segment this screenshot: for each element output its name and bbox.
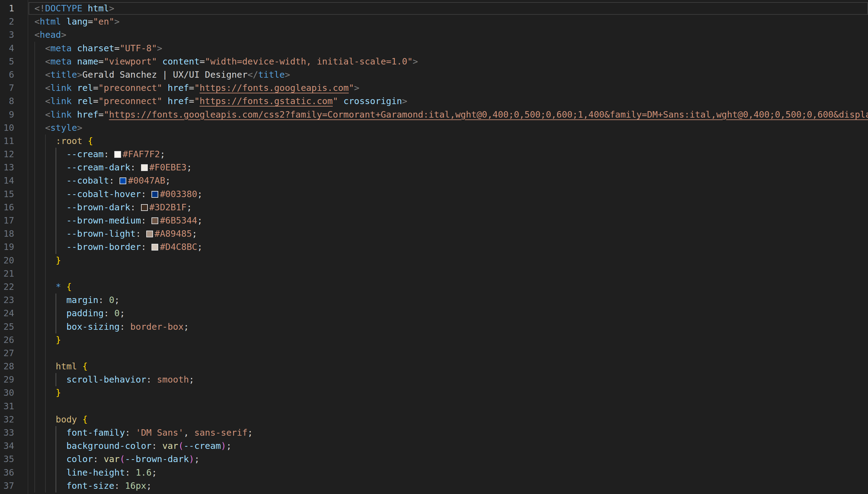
token-attr: --cream <box>67 149 104 159</box>
code-line[interactable]: 2<html lang="en"> <box>0 15 868 28</box>
code-line[interactable]: 15 --cobalt-hover: #003380; <box>0 188 868 201</box>
token-op <box>34 175 67 186</box>
line-number[interactable]: 19 <box>0 241 14 253</box>
code-line[interactable]: 16 --brown-dark: #3D2B1F; <box>0 201 868 214</box>
line-number[interactable]: 20 <box>0 254 14 267</box>
line-number[interactable]: 16 <box>0 201 14 214</box>
code-line[interactable]: 30 } <box>0 386 868 399</box>
line-number[interactable]: 3 <box>0 28 14 41</box>
code-text: line-height: 1.6; <box>29 466 868 479</box>
code-line[interactable]: 33 font-family: 'DM Sans', sans-serif; <box>0 426 868 439</box>
line-number[interactable]: 34 <box>0 439 14 453</box>
line-number[interactable]: 30 <box>0 386 14 399</box>
code-line[interactable]: 8 <link rel="preconnect" href="https://f… <box>0 95 868 108</box>
code-line[interactable]: 37 font-size: 16px; <box>0 479 868 492</box>
code-line[interactable]: 24 padding: 0; <box>0 307 868 320</box>
line-number[interactable]: 11 <box>0 134 14 148</box>
code-line[interactable]: 11 :root { <box>0 134 868 148</box>
code-line[interactable]: 27 <box>0 347 868 360</box>
code-line[interactable]: 32 body { <box>0 413 868 426</box>
line-number[interactable]: 5 <box>0 55 14 68</box>
code-line[interactable]: 19 --brown-border: #D4C8BC; <box>0 241 868 253</box>
token-punct: < <box>45 109 50 120</box>
token-tag: title <box>258 70 285 80</box>
color-swatch[interactable] <box>146 231 153 237</box>
token-op: ; <box>197 189 202 199</box>
color-swatch[interactable] <box>151 244 158 250</box>
line-number[interactable]: 13 <box>0 161 14 174</box>
code-text: <meta name="viewport" content="width=dev… <box>29 55 868 68</box>
line-number[interactable]: 7 <box>0 81 14 95</box>
line-number[interactable]: 15 <box>0 188 14 201</box>
line-number[interactable]: 24 <box>0 307 14 320</box>
code-line[interactable]: 17 --brown-medium: #6B5344; <box>0 214 868 227</box>
line-number[interactable]: 31 <box>0 400 14 413</box>
line-number[interactable]: 26 <box>0 334 14 347</box>
code-line[interactable]: 6 <title>Gerald Sanchez | UX/UI Designer… <box>0 68 868 81</box>
code-line[interactable]: 10 <style> <box>0 121 868 134</box>
line-number[interactable]: 9 <box>0 108 14 121</box>
code-text: <head> <box>29 28 868 41</box>
color-swatch[interactable] <box>141 164 148 171</box>
code-line[interactable]: 26 } <box>0 334 868 347</box>
line-number[interactable]: 28 <box>0 360 14 373</box>
line-number[interactable]: 37 <box>0 479 14 492</box>
color-swatch[interactable] <box>151 191 158 198</box>
line-number[interactable]: 14 <box>0 174 14 187</box>
color-swatch[interactable] <box>114 151 121 158</box>
token-op: ; <box>186 162 192 173</box>
code-text: body { <box>29 413 868 426</box>
code-line[interactable]: 23 margin: 0; <box>0 293 868 307</box>
line-number[interactable]: 2 <box>0 15 14 28</box>
color-swatch[interactable] <box>141 204 148 211</box>
code-line[interactable]: 21 <box>0 267 868 280</box>
code-line[interactable]: 35 color: var(--brown-dark); <box>0 453 868 466</box>
line-number[interactable]: 36 <box>0 466 14 479</box>
line-number[interactable]: 27 <box>0 347 14 360</box>
code-line[interactable]: 13 --cream-dark: #F0EBE3; <box>0 161 868 174</box>
token-attr: --cream-dark <box>67 162 130 173</box>
code-line[interactable]: 12 --cream: #FAF7F2; <box>0 148 868 161</box>
token-op: : <box>104 149 114 159</box>
code-line[interactable]: 34 background-color: var(--cream); <box>0 439 868 453</box>
token-op: = <box>114 43 119 53</box>
token-str: " <box>349 82 354 93</box>
line-number[interactable]: 22 <box>0 280 14 293</box>
line-number[interactable]: 35 <box>0 453 14 466</box>
code-line[interactable]: 14 --cobalt: #0047AB; <box>0 174 868 187</box>
code-line[interactable]: 29 scroll-behavior: smooth; <box>0 373 868 386</box>
code-line[interactable]: 3<head> <box>0 28 868 41</box>
line-number[interactable]: 4 <box>0 42 14 55</box>
color-swatch[interactable] <box>119 177 126 184</box>
line-number[interactable]: 21 <box>0 267 14 280</box>
code-text: html { <box>29 360 868 373</box>
code-line[interactable]: 31 <box>0 400 868 413</box>
code-line[interactable]: 7 <link rel="preconnect" href="https://f… <box>0 81 868 95</box>
code-line[interactable]: 25 box-sizing: border-box; <box>0 320 868 334</box>
line-number[interactable]: 23 <box>0 293 14 307</box>
code-line[interactable]: 20 } <box>0 254 868 267</box>
line-number[interactable]: 6 <box>0 68 14 81</box>
line-number[interactable]: 18 <box>0 227 14 241</box>
line-number[interactable]: 1 <box>0 2 14 15</box>
line-number[interactable]: 25 <box>0 320 14 334</box>
line-number[interactable]: 32 <box>0 413 14 426</box>
code-line[interactable]: 28 html { <box>0 360 868 373</box>
code-line[interactable]: 22 * { <box>0 280 868 293</box>
color-swatch[interactable] <box>151 217 158 224</box>
code-line[interactable]: 5 <meta name="viewport" content="width=d… <box>0 55 868 68</box>
code-line[interactable]: 36 line-height: 1.6; <box>0 466 868 479</box>
line-number[interactable]: 29 <box>0 373 14 386</box>
line-number[interactable]: 10 <box>0 121 14 134</box>
code-editor[interactable]: 1<!DOCTYPE html>2<html lang="en">3<head>… <box>0 0 868 494</box>
code-line[interactable]: 18 --brown-light: #A89485; <box>0 227 868 241</box>
line-number[interactable]: 17 <box>0 214 14 227</box>
token-op <box>34 149 67 159</box>
line-number[interactable]: 8 <box>0 95 14 108</box>
line-number[interactable]: 33 <box>0 426 14 439</box>
line-number[interactable]: 12 <box>0 148 14 161</box>
code-line[interactable]: 1<!DOCTYPE html> <box>0 2 868 15</box>
code-line[interactable]: 9 <link href="https://fonts.googleapis.c… <box>0 108 868 121</box>
code-line[interactable]: 4 <meta charset="UTF-8"> <box>0 42 868 55</box>
token-str: " <box>104 109 109 120</box>
